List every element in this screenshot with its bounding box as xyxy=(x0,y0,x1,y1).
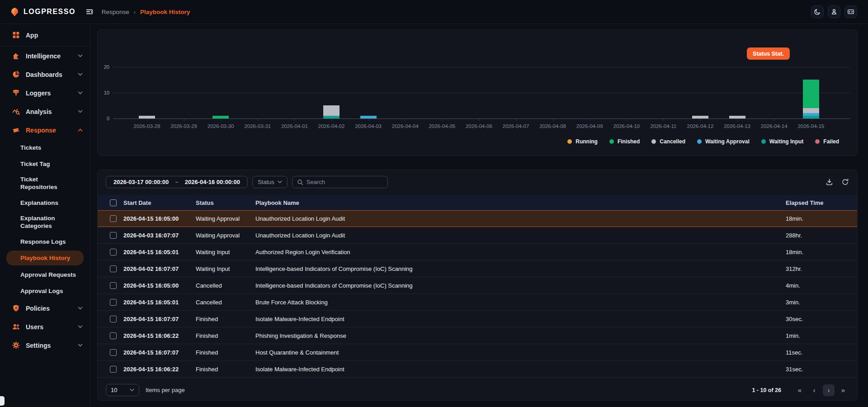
elapsed-time-cell: 312hr. xyxy=(786,265,857,272)
gear-icon xyxy=(12,341,20,349)
sidebar-item-approval-logs[interactable]: Approval Logs xyxy=(0,283,90,299)
search-input[interactable] xyxy=(307,179,383,185)
sidebar-item-label: Loggers xyxy=(26,90,51,97)
user-button[interactable] xyxy=(828,5,840,18)
breadcrumb-section[interactable]: Response xyxy=(102,9,129,15)
license-button[interactable] xyxy=(844,5,857,18)
table-row[interactable]: 2026-04-15 16:06:22FinishedIsolate Malwa… xyxy=(98,361,857,378)
sidebar-item-loggers[interactable]: Loggers xyxy=(0,84,90,102)
database-icon xyxy=(12,89,20,97)
chart-axis-line xyxy=(113,118,850,119)
bar-segment-cancelled[interactable] xyxy=(803,108,819,113)
bar-segment-finished[interactable] xyxy=(803,80,819,108)
bar-segment-waiting-approval[interactable] xyxy=(360,116,377,118)
sidebar-collapse-icon[interactable] xyxy=(85,8,94,16)
bar-segment-waiting-input[interactable] xyxy=(803,116,819,118)
dark-mode-button[interactable] xyxy=(811,5,824,18)
sidebar-item-explanation-categories[interactable]: Explanation Categories xyxy=(0,211,90,233)
sidebar-item-tickets[interactable]: Tickets xyxy=(0,139,90,156)
row-checkbox[interactable] xyxy=(110,215,117,222)
legend-item-finished[interactable]: Finished xyxy=(609,138,640,145)
bar-segment-cancelled[interactable] xyxy=(323,105,340,116)
x-axis-tick xyxy=(811,118,811,121)
status-stat-tab[interactable]: Status Stat. xyxy=(747,47,790,60)
x-axis-tick xyxy=(590,118,590,121)
chevron-down-icon xyxy=(130,388,134,392)
x-axis-tick xyxy=(258,118,258,121)
table-row[interactable]: 2026-04-15 16:06:22FinishedPhishing Inve… xyxy=(98,327,857,344)
status-cell: Cancelled xyxy=(196,299,255,306)
refresh-icon[interactable] xyxy=(841,178,849,186)
sidebar-item-ticket-tag[interactable]: Ticket Tag xyxy=(0,156,90,172)
pagination-bar: 10 Items per page 1 - 10 of 26 « ‹ › » xyxy=(106,384,849,396)
legend-item-cancelled[interactable]: Cancelled xyxy=(651,138,685,145)
bar-segment-finished[interactable] xyxy=(212,116,229,118)
sidebar-item-approval-requests[interactable]: Approval Requests xyxy=(0,266,90,283)
playbook-stat-tab[interactable]: Playbook Stat. xyxy=(785,47,838,60)
start-date-cell: 2026-04-03 16:07:07 xyxy=(123,232,196,239)
status-filter-dropdown[interactable]: Status xyxy=(252,176,288,188)
sidebar-item-settings[interactable]: Settings xyxy=(0,336,90,355)
date-range-picker[interactable]: 2026-03-17 00:00:00 ~ 2026-04-16 00:00:0… xyxy=(106,176,248,188)
prev-page-button[interactable]: ‹ xyxy=(808,384,820,396)
table-row[interactable]: 2026-04-15 16:05:00CancelledIntelligence… xyxy=(98,277,857,294)
x-axis-tick xyxy=(627,118,627,121)
legend-item-failed[interactable]: Failed xyxy=(815,138,839,145)
first-page-button[interactable]: « xyxy=(794,384,806,396)
legend-item-waiting-approval[interactable]: Waiting Approval xyxy=(697,138,750,145)
sidebar-item-playbook-history[interactable]: Playbook History xyxy=(6,251,84,265)
column-header-start-date: Start Date xyxy=(123,199,196,206)
sidebar-item-dashboards[interactable]: Dashboards xyxy=(0,65,90,84)
bar-segment-waiting-input[interactable] xyxy=(323,116,340,118)
row-checkbox[interactable] xyxy=(110,349,117,356)
table-row[interactable]: 2026-04-15 16:07:07FinishedIsolate Malwa… xyxy=(98,311,857,327)
row-checkbox[interactable] xyxy=(110,282,117,289)
legend-item-running[interactable]: Running xyxy=(567,138,598,145)
bar-segment-cancelled[interactable] xyxy=(692,116,708,118)
sidebar-item-users[interactable]: Users xyxy=(0,317,90,336)
logpresso-logo-icon xyxy=(10,7,19,17)
status-bar-chart: 201002026-03-282026-03-292026-03-302026-… xyxy=(113,67,850,118)
last-page-button[interactable]: » xyxy=(837,384,849,396)
sidebar-item-policies[interactable]: Policies xyxy=(0,299,90,317)
bar-segment-waiting-approval[interactable] xyxy=(803,113,819,116)
table-row[interactable]: 2026-04-15 16:07:07FinishedHost Quaranti… xyxy=(98,344,857,361)
select-all-checkbox[interactable] xyxy=(110,199,117,206)
row-checkbox[interactable] xyxy=(110,366,117,373)
sidebar-item-response[interactable]: Response xyxy=(0,121,90,139)
row-checkbox[interactable] xyxy=(110,249,117,256)
table-row[interactable]: 2026-04-15 16:05:01Waiting InputAuthoriz… xyxy=(98,244,857,260)
bar-segment-cancelled[interactable] xyxy=(139,116,155,118)
row-checkbox[interactable] xyxy=(110,316,117,322)
row-checkbox[interactable] xyxy=(110,299,117,306)
status-cell: Finished xyxy=(196,316,255,322)
sidebar-item-app[interactable]: App xyxy=(0,24,90,47)
table-row[interactable]: 2026-04-15 16:05:01CancelledBrute Force … xyxy=(98,294,857,311)
page-range-label: 1 - 10 of 26 xyxy=(752,387,781,393)
x-axis-label: 2026-03-29 xyxy=(163,123,205,129)
brand[interactable]: LOGPRESSO xyxy=(0,7,75,17)
sidebar-item-ticket-repositories[interactable]: Ticket Repositories xyxy=(0,172,90,194)
breadcrumb-page[interactable]: Playbook History xyxy=(140,9,190,15)
sidebar-item-intelligence[interactable]: Intelligence xyxy=(0,47,90,65)
floating-helper-widget[interactable] xyxy=(0,396,5,406)
legend-item-waiting-input[interactable]: Waiting Input xyxy=(761,138,804,145)
next-page-button[interactable]: › xyxy=(823,384,835,396)
x-axis-tick xyxy=(294,118,295,121)
sidebar-item-response-logs[interactable]: Response Logs xyxy=(0,233,90,250)
sidebar-item-label: App xyxy=(26,32,38,39)
page-size-select[interactable]: 10 xyxy=(106,384,139,396)
bar-segment-cancelled[interactable] xyxy=(729,116,745,118)
sidebar-item-explanations[interactable]: Explanations xyxy=(0,194,90,211)
sidebar-item-label: Intelligence xyxy=(26,52,61,60)
sidebar-item-analysis[interactable]: Analysis xyxy=(0,102,90,121)
row-checkbox[interactable] xyxy=(110,232,117,239)
x-axis-tick xyxy=(221,118,221,121)
table-row[interactable]: 2026-04-15 16:05:00Waiting ApprovalUnaut… xyxy=(98,210,857,227)
download-icon[interactable] xyxy=(826,178,833,186)
row-checkbox[interactable] xyxy=(110,265,117,272)
x-axis-tick xyxy=(184,118,184,121)
row-checkbox[interactable] xyxy=(110,332,117,339)
table-row[interactable]: 2026-04-03 16:07:07Waiting ApprovalUnaut… xyxy=(98,227,857,244)
table-row[interactable]: 2026-04-02 16:07:07Waiting InputIntellig… xyxy=(98,260,857,277)
